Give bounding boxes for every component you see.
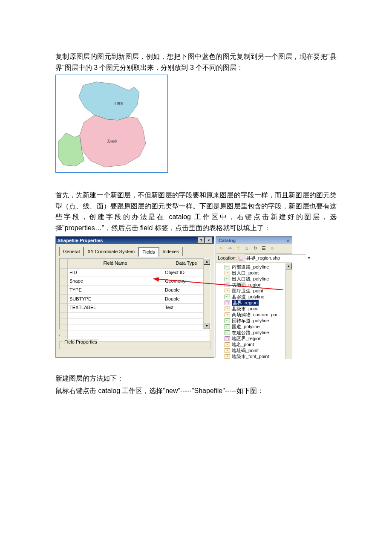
row-header[interactable]	[60, 268, 68, 277]
list-icon[interactable]: ☰	[260, 245, 267, 252]
row-header[interactable]	[60, 312, 68, 318]
tree-item[interactable]: 〰国道_polyline	[216, 324, 292, 330]
map-region-blue	[79, 82, 139, 120]
map-region-green	[58, 133, 84, 166]
line-layer-icon: 〰	[225, 330, 230, 335]
cell-data-type[interactable]: Object ID	[163, 268, 210, 277]
row-header[interactable]	[60, 324, 68, 330]
tree-item[interactable]: ▢地区界_region	[216, 335, 292, 341]
table-row[interactable]	[60, 312, 210, 318]
cell-field-name[interactable]	[68, 312, 163, 318]
tree-item[interactable]: •出入口_point	[216, 270, 292, 276]
tab-indexes[interactable]: Indexes	[159, 247, 183, 257]
catalog-title-text: Catalog	[219, 237, 236, 244]
row-header[interactable]	[60, 277, 68, 286]
cell-field-name[interactable]: SUBTYPE	[68, 295, 163, 304]
table-row[interactable]: TYPEDouble	[60, 286, 210, 295]
catalog-expand-icon[interactable]: »	[287, 237, 289, 244]
tree-item-label: 商场购物_custom_poi…	[232, 312, 282, 318]
tree-item[interactable]: ▢功能面_region	[216, 282, 292, 288]
tree-item-label: 国道_polyline	[232, 324, 259, 330]
more-icon[interactable]: »	[269, 245, 276, 252]
tree-item[interactable]: 〰在建公路_polyline	[216, 330, 292, 335]
tree-item-label: 回转车道_polyline	[232, 318, 269, 324]
cell-field-name[interactable]: Shape	[68, 277, 163, 286]
tab-fields[interactable]: Fields	[138, 247, 159, 257]
tree-item-label: 县界_region	[232, 300, 259, 306]
line-layer-icon: 〰	[225, 318, 230, 323]
map-label-2: 无锡市	[107, 139, 117, 145]
paragraph-3: 新建图层的方法如下：	[55, 373, 337, 384]
refresh-icon[interactable]: ↻	[252, 245, 259, 252]
tree-item[interactable]: •地级市_font_point	[216, 353, 292, 359]
close-button[interactable]: ×	[205, 237, 212, 243]
tree-item[interactable]: 〰内部道路_polyline	[216, 264, 292, 270]
tab-xy-coordinate[interactable]: XY Coordinate System	[84, 247, 138, 257]
table-row[interactable]: TEXTLABELText	[60, 304, 210, 312]
table-row[interactable]	[60, 318, 210, 324]
paragraph-1: 复制原图层的图元到新图层，例如，想把下图中蓝色的图元复制到另一个图层，现在要把"…	[55, 51, 337, 73]
cell-data-type[interactable]	[163, 318, 210, 324]
tree-item[interactable]: •商场购物_custom_poi…	[216, 312, 292, 318]
back-icon[interactable]: ⇦	[218, 245, 225, 252]
up-icon[interactable]: ⇧	[235, 245, 242, 252]
cell-field-name[interactable]: TEXTLABEL	[68, 304, 163, 312]
point-layer-icon: •	[225, 271, 230, 275]
forward-icon[interactable]: ⇨	[226, 245, 233, 252]
cell-data-type[interactable]: Text	[163, 304, 210, 312]
cell-field-name[interactable]: FID	[68, 268, 163, 277]
tree-item-label: 医疗卫生_point	[232, 288, 263, 294]
cell-data-type[interactable]	[163, 330, 210, 336]
cell-field-name[interactable]	[68, 330, 163, 336]
cell-data-type[interactable]	[163, 324, 210, 330]
tree-item[interactable]: ▢县界_region	[216, 300, 292, 306]
tree-item[interactable]: •地名_point	[216, 341, 292, 347]
row-header[interactable]	[60, 318, 68, 324]
catalog-scrollbar[interactable]: ▲	[285, 263, 292, 359]
dialog-titlebar: Shapefile Properties ? ×	[56, 237, 214, 244]
location-dropdown-icon[interactable]: ▾	[308, 255, 310, 261]
tree-item-label: 地址码_point	[232, 347, 259, 353]
tree-item[interactable]: 〰出入口线_polyline	[216, 276, 292, 282]
cell-data-type[interactable]: Double	[163, 286, 210, 295]
table-row[interactable]	[60, 324, 210, 330]
region-layer-icon: ▢	[225, 283, 230, 287]
tree-item[interactable]: •地址码_point	[216, 347, 292, 353]
location-input[interactable]	[245, 254, 306, 262]
tree-item-label: 地名_point	[232, 341, 254, 347]
cell-data-type[interactable]	[163, 312, 210, 318]
table-row[interactable]	[60, 330, 210, 336]
tab-general[interactable]: General	[59, 247, 84, 257]
grid-scrollbar[interactable]: ▲ ▼	[203, 258, 210, 329]
row-header[interactable]	[60, 286, 68, 295]
cell-field-name[interactable]	[68, 324, 163, 330]
tree-scroll-up-icon[interactable]: ▲	[285, 263, 292, 269]
home-icon[interactable]: ⌂	[243, 245, 250, 252]
cell-data-type[interactable]: Geometry	[163, 277, 210, 286]
tree-item[interactable]: •县级市_point	[216, 306, 292, 312]
table-row[interactable]: SUBTYPEDouble	[60, 295, 210, 304]
cell-field-name[interactable]	[68, 318, 163, 324]
line-layer-icon: 〰	[225, 265, 230, 269]
tree-item[interactable]: 〰回转车道_polyline	[216, 318, 292, 324]
catalog-panel: Catalog » ⇦ ⇨ ⇧ ⌂ ↻ ☰ » Location: ▢ ▾ 〰内…	[216, 236, 292, 358]
tree-item-label: 县级市_point	[232, 306, 259, 312]
paragraph-2: 首先，先新建一个新图层，不但新图层的字段要和原来图层的字段一样，而且新图层的图元…	[55, 190, 337, 233]
row-header[interactable]	[60, 304, 68, 312]
cell-field-name[interactable]: TYPE	[68, 286, 163, 295]
cell-data-type[interactable]: Double	[163, 295, 210, 304]
tree-item[interactable]: 〰县乡道_polyline	[216, 294, 292, 300]
tree-item-label: 内部道路_polyline	[232, 264, 269, 270]
catalog-location-bar: Location: ▢ ▾	[216, 254, 292, 263]
catalog-tree[interactable]: 〰内部道路_polyline•出入口_point〰出入口线_polyline▢功…	[216, 263, 292, 359]
scroll-down-icon[interactable]: ▼	[204, 323, 210, 329]
scroll-up-icon[interactable]: ▲	[204, 258, 210, 265]
help-button[interactable]: ?	[198, 237, 205, 243]
tree-item[interactable]: •医疗卫生_point	[216, 288, 292, 294]
table-row[interactable]: FIDObject ID	[60, 268, 210, 277]
row-header[interactable]	[60, 295, 68, 304]
table-row[interactable]: ShapeGeometry	[60, 277, 210, 286]
row-header[interactable]	[60, 330, 68, 336]
properties-catalog-figure: Shapefile Properties ? × General XY Coor…	[55, 236, 293, 358]
fields-grid[interactable]: Field Name Data Type FIDObject IDShapeGe…	[59, 258, 210, 330]
